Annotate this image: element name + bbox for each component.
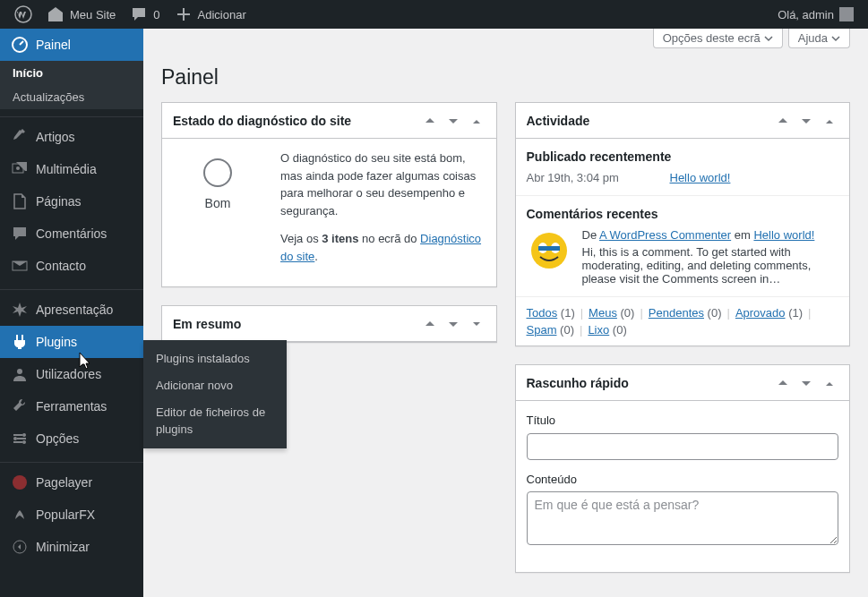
- menu-posts-label: Artigos: [36, 130, 75, 144]
- menu-users-label: Utilizadores: [36, 367, 101, 381]
- filter-spam[interactable]: Spam: [527, 323, 557, 337]
- published-item: Abr 19th, 3:04 pm Hello world!: [527, 171, 839, 184]
- move-down-button[interactable]: [797, 374, 815, 392]
- svg-point-9: [22, 433, 26, 437]
- menu-popularfx-label: PopularFX: [36, 507, 95, 522]
- move-up-button[interactable]: [421, 315, 439, 333]
- filter-approved[interactable]: Aprovado: [735, 306, 786, 320]
- draft-content-textarea[interactable]: [527, 491, 839, 545]
- activity-widget: Actividade Publicado recentemente Abr 19…: [515, 102, 851, 346]
- menu-plugins[interactable]: Plugins: [0, 326, 143, 358]
- help-label: Ajuda: [798, 31, 828, 45]
- move-up-button[interactable]: [774, 374, 792, 392]
- menu-collapse[interactable]: Minimizar: [0, 531, 143, 563]
- comment-post-link[interactable]: Hello world!: [753, 228, 814, 242]
- menu-pagelayer[interactable]: Pagelayer: [0, 466, 143, 499]
- move-down-button[interactable]: [797, 112, 815, 130]
- menu-dashboard-label: Painel: [36, 38, 71, 52]
- svg-rect-7: [17, 438, 26, 439]
- toggle-button[interactable]: [468, 315, 486, 333]
- page-title: Painel: [161, 57, 850, 93]
- move-down-button[interactable]: [444, 112, 462, 130]
- site-name-label: Meu Site: [70, 8, 116, 21]
- at-a-glance-heading: Em resumo: [173, 317, 241, 331]
- draft-title-label: Título: [527, 412, 839, 430]
- site-health-heading: Estado do diagnóstico do site: [173, 114, 351, 128]
- comments-link[interactable]: 0: [123, 0, 167, 29]
- comments-count-label: 0: [153, 8, 159, 21]
- published-date: Abr 19th, 3:04 pm: [527, 171, 670, 184]
- add-new-link[interactable]: Adicionar: [168, 0, 254, 29]
- wp-logo[interactable]: [7, 0, 39, 29]
- move-up-button[interactable]: [774, 112, 792, 130]
- svg-point-3: [16, 166, 20, 170]
- chevron-down-icon: [831, 34, 840, 43]
- menu-posts[interactable]: Artigos: [0, 121, 143, 153]
- comment-item: De A WordPress Commenter em Hello world!…: [527, 228, 839, 286]
- menu-tools[interactable]: Ferramentas: [0, 390, 143, 422]
- filter-pending[interactable]: Pendentes: [649, 306, 704, 320]
- svg-point-12: [13, 475, 27, 490]
- user-account[interactable]: Olá, admin: [770, 0, 861, 29]
- health-indicator-icon: [203, 158, 232, 187]
- toggle-button[interactable]: [821, 374, 838, 392]
- flyout-installed-plugins[interactable]: Plugins instalados: [143, 345, 287, 372]
- menu-settings[interactable]: Opções: [0, 422, 143, 455]
- menu-appearance-label: Apresentação: [36, 303, 113, 317]
- site-health-widget: Estado do diagnóstico do site Bom: [161, 102, 497, 287]
- filter-all[interactable]: Todos: [527, 306, 558, 320]
- admin-menu: Painel Início Actualizações Artigos Mult…: [0, 29, 143, 597]
- menu-tools-label: Ferramentas: [36, 399, 107, 414]
- main-content: Opções deste ecrã Ajuda Painel Estado do…: [143, 29, 868, 597]
- svg-rect-8: [13, 441, 22, 443]
- toggle-button[interactable]: [468, 112, 486, 130]
- published-title-link[interactable]: Hello world!: [670, 171, 731, 184]
- screen-options-label: Opções deste ecrã: [663, 31, 761, 45]
- submenu-home[interactable]: Início: [0, 61, 143, 85]
- quick-draft-heading: Rascunho rápido: [527, 376, 629, 390]
- recently-published-heading: Publicado recentemente: [527, 149, 839, 164]
- move-down-button[interactable]: [444, 315, 462, 333]
- health-description: O diagnóstico do seu site está bom, mas …: [280, 149, 486, 219]
- admin-toolbar: Meu Site 0 Adicionar Olá, admin: [0, 0, 868, 29]
- filter-trash[interactable]: Lixo: [588, 323, 609, 337]
- help-tab[interactable]: Ajuda: [788, 29, 850, 48]
- add-new-label: Adicionar: [198, 8, 246, 21]
- move-up-button[interactable]: [421, 112, 439, 130]
- menu-users[interactable]: Utilizadores: [0, 358, 143, 390]
- site-link[interactable]: Meu Site: [39, 0, 123, 29]
- dashboard-submenu: Início Actualizações: [0, 61, 143, 109]
- chevron-down-icon: [764, 34, 773, 43]
- health-more: Veja os 3 itens no ecrã do Diagnóstico d…: [280, 230, 486, 265]
- svg-point-11: [22, 440, 26, 444]
- comment-meta: De A WordPress Commenter em Hello world!: [582, 228, 839, 242]
- filter-mine[interactable]: Meus: [589, 306, 617, 320]
- screen-options-tab[interactable]: Opções deste ecrã: [653, 29, 783, 48]
- comment-author-link[interactable]: A WordPress Commenter: [599, 228, 731, 242]
- menu-separator: [0, 113, 143, 117]
- menu-separator: [0, 286, 143, 290]
- flyout-plugin-editor[interactable]: Editor de ficheiros de plugins: [143, 399, 287, 442]
- menu-pages-label: Páginas: [36, 194, 82, 209]
- menu-pages[interactable]: Páginas: [0, 185, 143, 217]
- plugins-flyout: Plugins instalados Adicionar novo Editor…: [143, 340, 287, 448]
- health-status-label: Bom: [173, 194, 262, 213]
- avatar: [839, 7, 854, 21]
- menu-contact[interactable]: Contacto: [0, 250, 143, 282]
- menu-settings-label: Opções: [36, 431, 79, 446]
- menu-comments[interactable]: Comentários: [0, 217, 143, 250]
- menu-media[interactable]: Multimédia: [0, 153, 143, 185]
- toggle-button[interactable]: [821, 112, 838, 130]
- commenter-avatar-icon: [527, 228, 572, 273]
- comment-filters: Todos (1)| Meus (0)| Pendentes (0)| Apro…: [516, 297, 850, 345]
- menu-dashboard[interactable]: Painel: [0, 29, 143, 61]
- svg-rect-6: [13, 434, 22, 436]
- menu-popularfx[interactable]: PopularFX: [0, 499, 143, 531]
- submenu-updates[interactable]: Actualizações: [0, 85, 143, 109]
- draft-title-input[interactable]: [527, 433, 839, 460]
- flyout-add-new-plugin[interactable]: Adicionar novo: [143, 372, 287, 399]
- menu-appearance[interactable]: Apresentação: [0, 294, 143, 326]
- svg-point-10: [13, 437, 17, 440]
- comment-excerpt: Hi, this is a comment. To get started wi…: [582, 245, 839, 286]
- quick-draft-widget: Rascunho rápido Título Co: [515, 364, 851, 573]
